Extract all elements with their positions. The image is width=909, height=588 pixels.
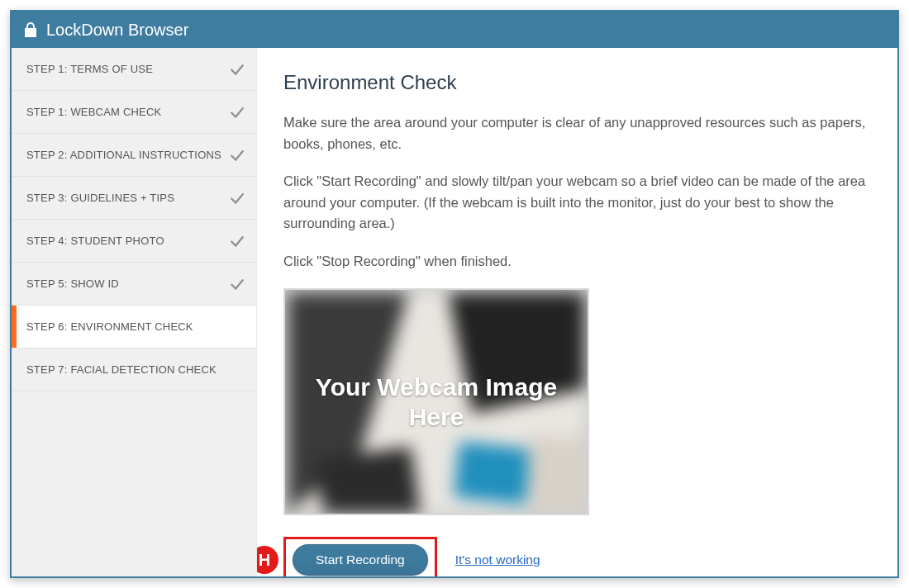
sidebar-step-student-photo[interactable]: STEP 4: STUDENT PHOTO — [12, 220, 256, 263]
active-indicator — [12, 306, 17, 348]
svg-rect-5 — [528, 438, 584, 514]
checkmark-icon — [228, 232, 246, 250]
step-label: STEP 1: TERMS OF USE — [26, 63, 228, 75]
sidebar-step-terms-of-use[interactable]: STEP 1: TERMS OF USE — [12, 48, 256, 91]
step-label: STEP 1: WEBCAM CHECK — [26, 106, 228, 118]
page-title: Environment Check — [283, 71, 868, 94]
step-label: STEP 5: SHOW ID — [26, 277, 228, 290]
step-label: STEP 6: ENVIRONMENT CHECK — [26, 320, 246, 333]
not-working-link[interactable]: It's not working — [455, 552, 540, 567]
sidebar-step-facial-detection-check[interactable]: STEP 7: FACIAL DETECTION CHECK — [12, 349, 256, 391]
svg-rect-3 — [454, 442, 531, 505]
webcam-preview: Your Webcam Image Here — [283, 288, 589, 515]
checkmark-icon — [228, 60, 246, 78]
sidebar-step-guidelines-tips[interactable]: STEP 3: GUIDELINES + TIPS — [12, 177, 256, 220]
start-recording-button[interactable]: Start Recording — [293, 544, 428, 576]
webcam-placeholder-text: Your Webcam Image Here — [285, 372, 588, 432]
checkmark-icon — [228, 189, 246, 207]
sidebar-step-show-id[interactable]: STEP 5: SHOW ID — [12, 263, 256, 306]
lock-icon — [23, 21, 38, 38]
step-label: STEP 2: ADDITIONAL INSTRUCTIONS — [26, 149, 228, 161]
instruction-paragraph: Click "Stop Recording" when finished. — [283, 251, 868, 273]
sidebar-step-webcam-check[interactable]: STEP 1: WEBCAM CHECK — [12, 91, 256, 134]
step-label: STEP 3: GUIDELINES + TIPS — [26, 192, 228, 204]
app-title: LockDown Browser — [46, 21, 188, 40]
main-content: Environment Check Make sure the area aro… — [257, 48, 897, 576]
instruction-paragraph: Make sure the area around your computer … — [283, 112, 868, 154]
step-label: STEP 4: STUDENT PHOTO — [26, 235, 228, 247]
annotation-highlight-box: Start Recording — [283, 537, 437, 576]
action-row: H Start Recording It's not working — [283, 537, 868, 576]
sidebar-step-additional-instructions[interactable]: STEP 2: ADDITIONAL INSTRUCTIONS — [12, 134, 256, 177]
annotation-marker: H — [257, 546, 278, 574]
step-label: STEP 7: FACIAL DETECTION CHECK — [26, 363, 246, 376]
app-window: LockDown Browser STEP 1: TERMS OF USE ST… — [10, 10, 899, 578]
checkmark-icon — [228, 275, 246, 293]
instruction-paragraph: Click "Start Recording" and slowly tilt/… — [283, 171, 868, 235]
checkmark-icon — [228, 146, 246, 164]
title-bar: LockDown Browser — [12, 12, 897, 48]
checkmark-icon — [228, 103, 246, 121]
sidebar: STEP 1: TERMS OF USE STEP 1: WEBCAM CHEC… — [12, 48, 257, 576]
sidebar-step-environment-check[interactable]: STEP 6: ENVIRONMENT CHECK — [12, 306, 256, 349]
body: STEP 1: TERMS OF USE STEP 1: WEBCAM CHEC… — [12, 48, 897, 576]
